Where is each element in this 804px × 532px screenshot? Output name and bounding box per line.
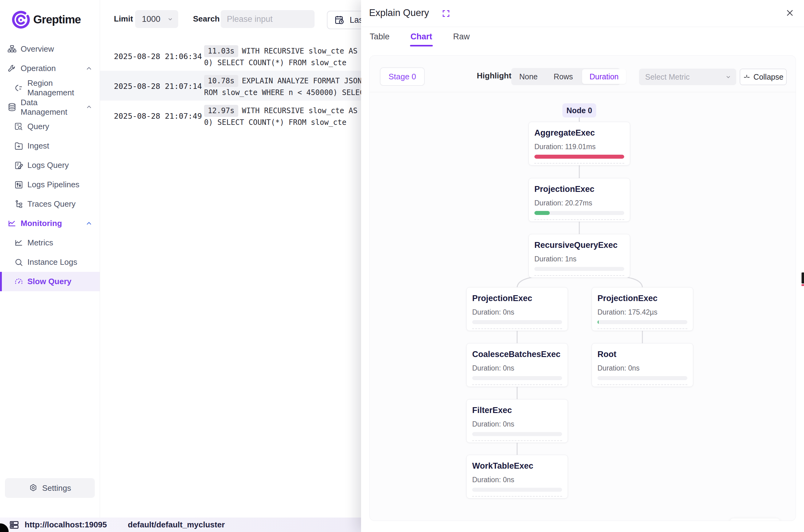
sidebar-item-metrics[interactable]: Metrics — [0, 233, 100, 252]
document-search-icon — [14, 122, 23, 131]
sidebar-item-label: Data Management — [21, 98, 82, 117]
highlight-option-none[interactable]: None — [511, 72, 546, 81]
sidebar-item-label: Instance Logs — [28, 258, 77, 267]
node-group-badge: Node 0 — [562, 103, 596, 117]
close-icon[interactable] — [785, 8, 795, 18]
sidebar-nav: Overview Operation Region Management Dat… — [0, 39, 100, 291]
plan-node-duration: Duration: 119.01ms — [534, 143, 624, 151]
duration-bar — [472, 488, 562, 492]
plan-node-duration: Duration: 1ns — [534, 255, 624, 263]
duration-badge: 10.78s — [204, 75, 238, 87]
plan-tree-canvas[interactable]: Node 0 AggregateExec Duration: 119.01ms … — [370, 92, 796, 520]
duration-bar — [598, 376, 687, 380]
duration-bar — [534, 211, 624, 215]
plan-node-root[interactable]: Root Duration: 0ns — [591, 343, 693, 387]
highlight-option-duration[interactable]: Duration — [582, 69, 626, 84]
explain-query-drawer: Explain Query Table Chart Raw Stage 0 Hi… — [361, 0, 804, 532]
plan-node-duration: Duration: 0ns — [472, 476, 562, 484]
minimap-fragment — [802, 272, 804, 284]
plan-node-title: RecursiveQueryExec — [534, 241, 624, 250]
limit-select[interactable]: 1000 — [135, 10, 178, 28]
collapse-icon — [743, 73, 750, 80]
stage-button[interactable]: Stage 0 — [380, 67, 425, 86]
sidebar: Greptime Overview Operation Region Manag… — [0, 0, 100, 517]
sidebar-group-data-management[interactable]: Data Management — [0, 97, 100, 117]
plan-node-duration: Duration: 0ns — [472, 364, 562, 373]
server-icon — [9, 520, 19, 530]
tab-table[interactable]: Table — [370, 32, 390, 46]
ingest-icon — [14, 141, 23, 151]
minimap-fragment-marker — [802, 284, 804, 286]
calendar-clock-icon — [334, 15, 345, 25]
app-root: Greptime Overview Operation Region Manag… — [0, 0, 804, 532]
sidebar-item-region-management[interactable]: Region Management — [0, 78, 100, 97]
plan-node-projection-exec-left[interactable]: ProjectionExec Duration: 0ns — [466, 287, 568, 331]
document-edit-icon — [14, 161, 23, 170]
sidebar-group-monitoring[interactable]: Monitoring — [0, 214, 100, 233]
plan-node-aggregate-exec[interactable]: AggregateExec Duration: 119.01ms — [529, 122, 630, 166]
search-input[interactable] — [221, 10, 315, 28]
chevron-down-icon — [725, 74, 731, 80]
row-sql: 12.97sWITH RECURSIVE slow_cte AS (SELE 0… — [204, 105, 377, 128]
sidebar-item-label: Monitoring — [21, 218, 62, 228]
sidebar-item-label: Ingest — [28, 141, 49, 151]
sliders-icon — [14, 180, 23, 189]
sidebar-item-label: Logs Pipelines — [28, 180, 79, 189]
row-timestamp: 2025-08-28 21:06:34 — [114, 45, 204, 61]
plan-node-projection-exec-right[interactable]: ProjectionExec Duration: 175.42µs — [591, 287, 693, 331]
chevron-up-icon — [86, 104, 92, 111]
plan-node-work-table-exec[interactable]: WorkTableExec Duration: 0ns — [466, 455, 568, 498]
dashed-divider — [534, 275, 624, 276]
plan-node-duration: Duration: 175.42µs — [598, 308, 687, 317]
duration-bar — [472, 432, 562, 436]
sidebar-item-label: Operation — [21, 64, 56, 73]
greptime-logo-icon — [12, 11, 30, 29]
sidebar-item-logs-pipelines[interactable]: Logs Pipelines — [0, 175, 100, 194]
fullscreen-icon[interactable] — [442, 9, 450, 18]
dashed-divider — [534, 219, 624, 220]
sidebar-item-query[interactable]: Query — [0, 117, 100, 136]
sidebar-item-instance-logs[interactable]: Instance Logs — [0, 252, 100, 272]
dashed-divider — [472, 496, 562, 497]
collapse-button[interactable]: Collapse — [740, 69, 787, 85]
plan-node-duration: Duration: 20.27ms — [534, 199, 624, 207]
plan-node-filter-exec[interactable]: FilterExec Duration: 0ns — [466, 399, 568, 443]
duration-bar — [472, 320, 562, 324]
chevron-up-icon — [86, 65, 92, 72]
settings-label: Settings — [42, 483, 71, 493]
tab-raw[interactable]: Raw — [453, 32, 470, 46]
dashed-divider — [472, 328, 562, 329]
plan-node-title: WorkTableExec — [472, 461, 562, 471]
limit-label: Limit — [114, 14, 133, 24]
metric-placeholder: Select Metric — [645, 73, 690, 81]
trace-tree-icon — [14, 200, 23, 209]
sidebar-item-traces-query[interactable]: Traces Query — [0, 194, 100, 214]
tab-chart[interactable]: Chart — [410, 32, 433, 46]
brand-logo: Greptime — [0, 0, 100, 35]
sidebar-item-label: Query — [28, 122, 49, 131]
drawer-title: Explain Query — [369, 7, 429, 18]
plan-node-duration: Duration: 0ns — [472, 308, 562, 317]
settings-button[interactable]: Settings — [5, 478, 95, 498]
highlight-option-rows[interactable]: Rows — [546, 72, 581, 81]
search-icon — [14, 258, 23, 267]
brand-name: Greptime — [33, 13, 81, 26]
plan-node-recursive-query-exec[interactable]: RecursiveQueryExec Duration: 1ns — [529, 234, 630, 278]
sidebar-item-label: Slow Query — [28, 277, 71, 286]
gauge-icon — [14, 277, 23, 286]
sidebar-item-overview[interactable]: Overview — [0, 39, 100, 59]
duration-badge: 11.03s — [204, 45, 238, 57]
sidebar-item-slow-query[interactable]: Slow Query — [0, 272, 100, 291]
chart-line-icon — [7, 219, 17, 228]
duration-bar — [534, 267, 624, 271]
cluster-name: default/default_mycluster — [128, 520, 225, 530]
metric-select[interactable]: Select Metric — [639, 69, 736, 85]
plan-node-projection-exec[interactable]: ProjectionExec Duration: 20.27ms — [529, 178, 630, 222]
sidebar-group-operation[interactable]: Operation — [0, 59, 100, 78]
duration-badge: 12.97s — [204, 105, 238, 117]
duration-bar — [534, 155, 624, 159]
plan-node-duration: Duration: 0ns — [598, 364, 687, 373]
sidebar-item-ingest[interactable]: Ingest — [0, 136, 100, 156]
sidebar-item-logs-query[interactable]: Logs Query — [0, 156, 100, 175]
plan-node-coalesce-batches-exec[interactable]: CoalesceBatchesExec Duration: 0ns — [466, 343, 568, 387]
